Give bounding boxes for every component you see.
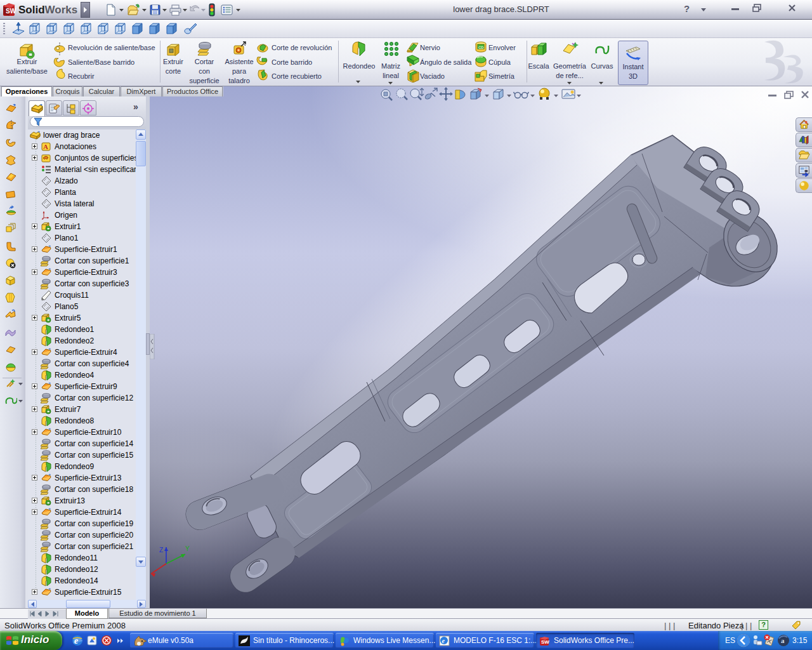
svg-text:Z: Z bbox=[159, 547, 163, 554]
svg-text:Y: Y bbox=[185, 545, 190, 552]
svg-text:CD: CD bbox=[478, 46, 484, 50]
svg-text:e: e bbox=[442, 637, 445, 644]
svg-text:a: a bbox=[781, 637, 785, 644]
svg-text:SW: SW bbox=[541, 639, 549, 645]
svg-text:SW: SW bbox=[6, 8, 16, 15]
